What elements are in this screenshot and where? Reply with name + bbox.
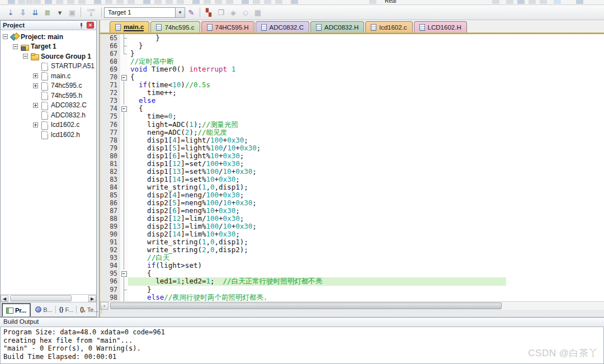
scroll-left-icon[interactable]: ◀ [1,295,8,302]
tree-item-adc0832-c[interactable]: ADC0832.C [1,101,96,111]
target-select[interactable]: Target 1 [104,7,176,18]
code-line-71[interactable]: 71 if(time<10)//0.5s [100,81,604,89]
code-text[interactable]: led1=1;led2=1; //白天正常行驶时照明灯都不亮 [128,277,506,285]
code-line-91[interactable]: 91 write_string(1,0,disp1); [100,238,604,246]
manage-project-items-icon[interactable]: ❐ [215,7,226,18]
code-line-83[interactable]: 83 disp1[14]=set%10+0x30; [100,176,604,183]
pin-icon[interactable] [79,22,84,29]
code-text[interactable]: else [128,97,155,105]
code-view[interactable]: 65 }66 }67}68//定时器中断69void Timer0() inte… [100,34,604,301]
code-line-85[interactable]: 85 disp2[4]=neng/100+0x30; [100,191,604,199]
editor-hscrollbar-track[interactable] [108,302,604,310]
code-line-93[interactable]: 93 //白天 [100,254,604,262]
code-line-67[interactable]: 67} [100,50,604,58]
fold-collapse-icon[interactable] [120,73,128,81]
options-for-target-wand-icon[interactable]: ✎ [186,7,197,18]
tree-item-lcd1602-c[interactable]: lcd1602.c [1,120,96,130]
code-text[interactable]: time=0; [128,112,177,120]
rebuild-all-icon[interactable]: ⇊ [30,7,41,18]
code-text[interactable]: disp1[6]=light%10+0x30; [128,152,244,160]
close-icon[interactable]: × [87,22,94,29]
code-line-70[interactable]: 70{ [100,73,604,81]
tree-item-startup-a51[interactable]: STARTUP.A51 [1,62,96,72]
code-text[interactable]: } [128,50,135,58]
tree-item-main-c[interactable]: main.c [1,71,96,81]
code-text[interactable]: else//夜间行驶时两个前照明灯都亮. [128,294,267,301]
code-line-95[interactable]: 95 { [100,270,604,277]
code-text[interactable]: disp1[5]=light%100/10+0x30; [128,144,261,152]
code-line-87[interactable]: 87 disp2[6]=neng%10+0x30; [100,207,604,215]
code-text[interactable]: write_string(2,0,disp2); [128,246,248,254]
editor-tab-74hc595.h[interactable]: 74HC595.H [201,21,254,32]
workspace-tab-b[interactable]: B... [32,302,56,316]
editor-hscrollbar[interactable]: ‹ [100,301,604,310]
code-line-66[interactable]: 66 } [100,42,604,50]
expand-plus-icon[interactable] [33,103,38,108]
code-line-78[interactable]: 78 disp1[4]=light/100+0x30; [100,136,604,144]
build-target-icon[interactable]: ⇩ [17,7,29,18]
scroll-right-icon[interactable]: ▶ [88,295,96,302]
tree-item-74hc595-c[interactable]: 74hc595.c [1,81,96,91]
code-text[interactable]: { [128,105,143,112]
debug-combo-clipped[interactable]: Real [385,0,397,4]
code-text[interactable]: } [128,286,152,294]
flash-config-icon[interactable]: ◈ [228,7,239,18]
batch-build-icon[interactable]: ≣ [42,7,53,18]
code-line-97[interactable]: 97 } [100,286,604,294]
expand-minus-icon[interactable] [3,34,8,39]
code-line-86[interactable]: 86 disp2[5]=neng%100/10+0x30; [100,199,604,207]
code-line-77[interactable]: 77 neng=ADC(2);//能见度 [100,129,604,136]
editor-hscrollbar-thumb[interactable] [110,302,502,309]
expand-minus-icon[interactable] [23,54,28,59]
workspace-tab-te[interactable]: (),Te... [77,302,102,316]
code-line-79[interactable]: 79 disp1[5]=light%100/10+0x30; [100,144,604,152]
code-line-96[interactable]: 96 led1=1;led2=1; //白天正常行驶时照明灯都不亮 [100,277,604,285]
code-text[interactable]: { [128,270,152,277]
translate-file-icon[interactable]: ⇣ [5,7,16,18]
code-line-68[interactable]: 68//定时器中断 [100,58,604,65]
manage-runtime-env-icon[interactable]: ▚ [203,7,214,18]
code-line-84[interactable]: 84 write_string(1,0,disp1); [100,183,604,191]
project-hscrollbar-thumb[interactable] [10,295,72,301]
build-output-title[interactable]: Build Output [0,318,604,327]
code-text[interactable]: light=ADC(1);//测量光照 [128,121,238,129]
fold-collapse-icon[interactable] [120,270,128,277]
code-line-81[interactable]: 81 disp1[12]=set/100+0x30; [100,160,604,168]
code-line-90[interactable]: 90 disp2[14]=lim%10+0x30; [100,230,604,238]
code-line-76[interactable]: 76 light=ADC(1);//测量光照 [100,121,604,129]
workspace-tab-f[interactable]: {}F... [56,302,77,316]
code-text[interactable]: disp1[13]=set%100/10+0x30; [128,168,257,176]
code-text[interactable]: disp1[14]=set%10+0x30; [128,176,240,183]
code-text[interactable]: time++; [128,89,177,97]
tree-item-adc0832-h[interactable]: ADC0832.h [1,110,96,120]
code-line-72[interactable]: 72 time++; [100,89,604,97]
code-line-75[interactable]: 75 time=0; [100,112,604,120]
code-text[interactable]: } [128,42,143,50]
code-text[interactable]: //定时器中断 [128,58,174,65]
code-line-65[interactable]: 65 } [100,34,604,42]
code-line-89[interactable]: 89 disp2[13]=lim%100/10+0x30; [100,223,604,230]
editor-tab-74hc595.c[interactable]: 74hc595.c [150,21,200,32]
code-line-74[interactable]: 74 { [100,105,604,112]
editor-tab-adc0832.h[interactable]: ADC0832.H [310,21,364,32]
project-hscrollbar-track[interactable] [9,295,88,302]
editor-tab-lcd1602.h[interactable]: LCD1602.H [414,21,467,32]
expand-plus-icon[interactable] [33,122,38,127]
code-text[interactable]: write_string(1,0,disp1); [128,183,248,191]
code-text[interactable]: disp2[5]=neng%100/10+0x30; [128,199,257,207]
tree-item-source-group-1[interactable]: Source Group 1 [1,51,96,62]
package-installer-icon[interactable]: ▦ [252,7,263,18]
code-line-80[interactable]: 80 disp1[6]=light%10+0x30; [100,152,604,160]
code-text[interactable]: disp1[12]=set/100+0x30; [128,160,244,168]
code-text[interactable]: disp1[4]=light/100+0x30; [128,136,248,144]
workspace-tab-pr[interactable]: Pr... [2,303,31,316]
project-hscrollbar[interactable]: ◀ ▶ [1,294,96,302]
fold-collapse-icon[interactable] [120,105,128,112]
code-text[interactable]: } [128,34,160,42]
code-line-88[interactable]: 88 disp2[12]=lim/100+0x30; [100,215,604,223]
editor-tab-main.c[interactable]: main.c [110,21,149,32]
code-line-73[interactable]: 73 else [100,97,604,105]
code-text[interactable]: disp2[14]=lim%10+0x30; [128,230,240,238]
code-text[interactable]: if(light>set) [128,262,202,270]
build-output-log[interactable]: Program Size: data=48.0 xdata=0 code=961… [0,327,604,364]
